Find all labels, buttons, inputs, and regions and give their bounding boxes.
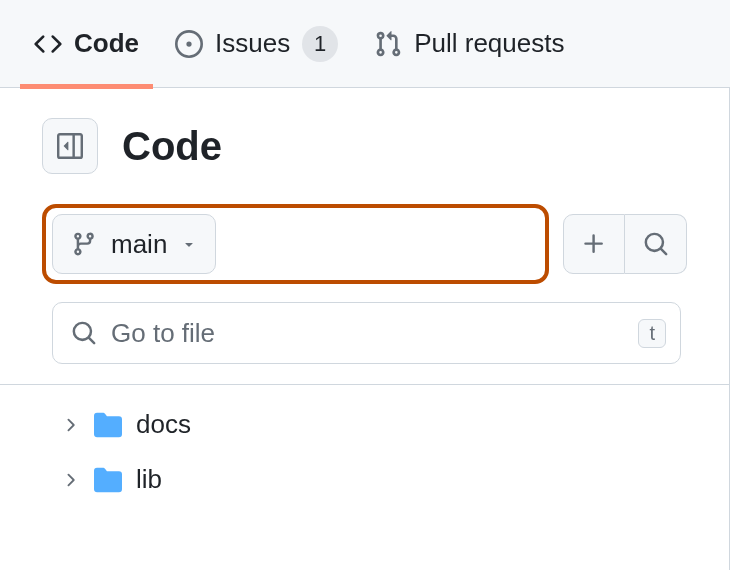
tree-item[interactable]: docs (42, 397, 687, 452)
tab-code[interactable]: Code (20, 0, 153, 88)
search-icon (643, 231, 669, 257)
folder-icon (94, 466, 122, 494)
go-to-file-input[interactable]: Go to file t (52, 302, 681, 364)
sidebar-collapse-icon (57, 133, 83, 159)
issue-icon (175, 30, 203, 58)
page-title: Code (122, 124, 222, 169)
plus-icon (581, 231, 607, 257)
tab-code-label: Code (74, 28, 139, 59)
keyboard-shortcut-badge: t (638, 319, 666, 348)
issues-count-badge: 1 (302, 26, 338, 62)
content-area: Code main Go to fil (0, 88, 730, 570)
tree-item[interactable]: lib (42, 452, 687, 507)
branch-selector-highlight: main (42, 204, 549, 284)
divider (0, 384, 729, 385)
repo-tabs: Code Issues 1 Pull requests (0, 0, 730, 88)
branch-selector[interactable]: main (52, 214, 216, 274)
controls-row: main (42, 204, 687, 284)
go-to-file-placeholder: Go to file (111, 318, 624, 349)
pull-request-icon (374, 30, 402, 58)
tree-item-label: docs (136, 409, 191, 440)
git-branch-icon (71, 231, 97, 257)
action-button-group (563, 214, 687, 274)
search-icon (71, 320, 97, 346)
search-repo-button[interactable] (625, 214, 687, 274)
tab-pulls-label: Pull requests (414, 28, 564, 59)
chevron-right-icon (60, 470, 80, 490)
tab-pulls[interactable]: Pull requests (360, 0, 578, 88)
code-icon (34, 30, 62, 58)
tab-issues-label: Issues (215, 28, 290, 59)
page-header: Code (42, 118, 687, 174)
add-file-button[interactable] (563, 214, 625, 274)
sidebar-toggle-button[interactable] (42, 118, 98, 174)
caret-down-icon (181, 236, 197, 252)
folder-icon (94, 411, 122, 439)
chevron-right-icon (60, 415, 80, 435)
branch-name: main (111, 229, 167, 260)
tab-issues[interactable]: Issues 1 (161, 0, 352, 88)
tree-item-label: lib (136, 464, 162, 495)
